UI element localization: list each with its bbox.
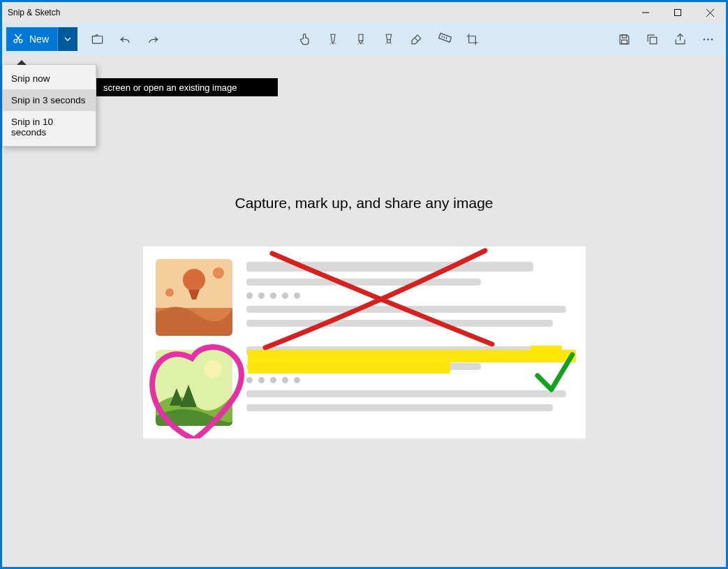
open-file-icon [91, 33, 104, 46]
svg-point-23 [213, 267, 224, 279]
undo-icon [119, 33, 132, 46]
menu-item-snip-now[interactable]: Snip now [3, 68, 96, 89]
copy-icon [646, 33, 659, 46]
highlighter-button[interactable] [375, 25, 403, 53]
menu-item-snip-3s[interactable]: Snip in 3 seconds [3, 89, 96, 111]
svg-rect-1 [675, 10, 681, 16]
eraser-button[interactable] [403, 25, 431, 53]
open-file-button[interactable] [83, 25, 111, 53]
svg-rect-15 [621, 40, 627, 44]
sample-thumb-landscape [156, 350, 232, 427]
svg-point-17 [703, 38, 705, 40]
minimize-button[interactable] [630, 2, 662, 23]
app-window: Snip & Sketch New [2, 2, 726, 567]
share-button[interactable] [666, 25, 694, 53]
svg-line-13 [445, 37, 447, 39]
crop-button[interactable] [459, 25, 486, 53]
new-dropdown-button[interactable] [58, 27, 77, 51]
save-button[interactable] [610, 25, 638, 53]
svg-rect-6 [92, 36, 102, 43]
svg-line-12 [443, 36, 445, 38]
eraser-icon [410, 33, 423, 46]
svg-point-19 [711, 38, 713, 40]
welcome-caption: Capture, mark up, and share any image [235, 195, 493, 212]
toolbar: New [2, 23, 726, 55]
more-button[interactable] [694, 25, 722, 53]
highlighter-icon [382, 32, 395, 46]
svg-rect-10 [438, 34, 451, 43]
menu-item-snip-10s[interactable]: Snip in 10 seconds [3, 111, 96, 143]
svg-point-18 [707, 38, 709, 40]
hint-tooltip: screen or open an existing image [96, 78, 278, 96]
more-icon [701, 33, 715, 46]
ballpoint-pen-button[interactable] [319, 25, 347, 53]
titlebar: Snip & Sketch [2, 2, 726, 23]
redo-icon [147, 33, 160, 46]
svg-point-24 [165, 288, 174, 297]
svg-line-11 [441, 36, 443, 38]
new-button-label: New [29, 34, 49, 45]
ruler-icon [438, 32, 452, 46]
sample-text-lines [246, 259, 573, 426]
sample-illustration [143, 246, 586, 438]
chevron-down-icon [64, 36, 71, 43]
new-dropdown-menu: Snip now Snip in 3 seconds Snip in 10 se… [2, 64, 96, 147]
window-controls [630, 2, 726, 23]
touch-writing-button[interactable] [291, 25, 319, 53]
content-area: screen or open an existing image Snip no… [2, 55, 726, 567]
copy-button[interactable] [638, 25, 666, 53]
maximize-button[interactable] [662, 2, 694, 23]
svg-point-22 [183, 269, 205, 291]
crop-icon [466, 33, 479, 46]
redo-button[interactable] [139, 25, 167, 53]
window-title: Snip & Sketch [8, 8, 60, 17]
pencil-icon [355, 32, 367, 46]
svg-line-9 [415, 38, 418, 41]
svg-rect-16 [650, 37, 657, 44]
share-icon [674, 33, 687, 46]
pencil-button[interactable] [347, 25, 375, 53]
save-icon [618, 33, 631, 46]
touch-writing-icon [298, 32, 312, 46]
undo-button[interactable] [111, 25, 139, 53]
ballpoint-pen-icon [327, 32, 339, 46]
snip-icon [12, 32, 24, 47]
sample-thumb-balloon [156, 259, 232, 336]
new-button[interactable]: New [6, 27, 58, 51]
new-split-button[interactable]: New [6, 27, 77, 51]
svg-rect-14 [622, 35, 626, 38]
svg-point-26 [204, 360, 222, 378]
close-button[interactable] [694, 2, 726, 23]
ruler-button[interactable] [431, 25, 459, 53]
